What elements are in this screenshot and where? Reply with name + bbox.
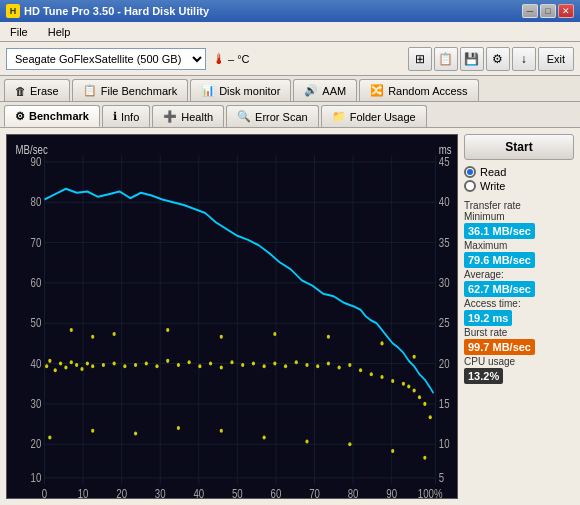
title-bar: H HD Tune Pro 3.50 - Hard Disk Utility ─…	[0, 0, 580, 22]
maximum-label: Maximum	[464, 240, 574, 251]
svg-point-108	[177, 426, 180, 430]
svg-text:35: 35	[439, 236, 450, 249]
random-access-icon: 🔀	[370, 84, 384, 97]
svg-text:70: 70	[31, 236, 42, 249]
svg-point-112	[348, 442, 351, 446]
svg-text:90: 90	[386, 487, 397, 498]
burst-rate-value: 99.7 MB/sec	[464, 339, 535, 355]
toolbar-btn-1[interactable]: ⊞	[408, 47, 432, 71]
menu-bar: File Help	[0, 22, 580, 42]
svg-text:40: 40	[31, 357, 42, 370]
info-icon: ℹ	[113, 110, 117, 123]
svg-point-91	[407, 384, 410, 388]
svg-point-107	[134, 431, 137, 435]
maximum-value: 79.6 MB/sec	[464, 252, 535, 268]
close-button[interactable]: ✕	[558, 4, 574, 18]
svg-point-97	[91, 335, 94, 339]
menu-help[interactable]: Help	[42, 25, 77, 39]
svg-text:60: 60	[271, 487, 282, 498]
svg-text:100%: 100%	[418, 487, 443, 498]
svg-text:15: 15	[439, 397, 450, 410]
radio-group: Read Write	[464, 166, 574, 192]
svg-point-60	[86, 362, 89, 366]
svg-text:ms: ms	[439, 143, 452, 156]
svg-point-99	[166, 328, 169, 332]
svg-point-56	[64, 366, 67, 370]
minimum-label: Minimum	[464, 211, 574, 222]
svg-point-114	[423, 456, 426, 460]
toolbar-btn-5[interactable]: ↓	[512, 47, 536, 71]
toolbar-btn-4[interactable]: ⚙	[486, 47, 510, 71]
svg-point-106	[91, 429, 94, 433]
svg-text:30: 30	[155, 487, 166, 498]
svg-point-102	[327, 335, 330, 339]
svg-text:40: 40	[439, 195, 450, 208]
svg-point-66	[145, 362, 148, 366]
drive-select[interactable]: Seagate GoFlexSatellite (500 GB)	[6, 48, 206, 70]
start-button[interactable]: Start	[464, 134, 574, 160]
svg-point-80	[295, 360, 298, 364]
svg-text:20: 20	[31, 437, 42, 450]
svg-point-111	[305, 440, 308, 444]
tab-info[interactable]: ℹ Info	[102, 105, 150, 127]
svg-text:70: 70	[309, 487, 320, 498]
erase-icon: 🗑	[15, 85, 26, 97]
svg-point-86	[359, 368, 362, 372]
svg-point-69	[177, 363, 180, 367]
svg-text:10: 10	[78, 487, 89, 498]
svg-point-100	[220, 335, 223, 339]
tabs-row-2: ⚙ Benchmark ℹ Info ➕ Health 🔍 Error Scan…	[0, 102, 580, 128]
radio-read-circle	[464, 166, 476, 178]
maximize-button[interactable]: □	[540, 4, 556, 18]
average-label: Average:	[464, 269, 574, 280]
svg-point-54	[54, 368, 57, 372]
svg-point-57	[70, 360, 73, 364]
svg-point-113	[391, 449, 394, 453]
main-content: 90 80 70 60 50 40 30 20 10 MB/sec 45 40 …	[0, 128, 580, 505]
tab-benchmark[interactable]: ⚙ Benchmark	[4, 105, 100, 127]
tab-disk-monitor[interactable]: 📊 Disk monitor	[190, 79, 291, 101]
toolbar-btn-3[interactable]: 💾	[460, 47, 484, 71]
svg-text:50: 50	[232, 487, 243, 498]
transfer-rate-label: Transfer rate	[464, 200, 574, 211]
transfer-section: Transfer rate Minimum 36.1 MB/sec Maximu…	[464, 200, 574, 385]
exit-button[interactable]: Exit	[538, 47, 574, 71]
tabs-row-1: 🗑 Erase 📋 File Benchmark 📊 Disk monitor …	[0, 76, 580, 102]
minimum-value: 36.1 MB/sec	[464, 223, 535, 239]
tab-health[interactable]: ➕ Health	[152, 105, 224, 127]
svg-text:MB/sec: MB/sec	[16, 143, 49, 156]
svg-point-63	[113, 362, 116, 366]
disk-monitor-icon: 📊	[201, 84, 215, 97]
svg-point-90	[402, 382, 405, 386]
tab-aam[interactable]: 🔊 AAM	[293, 79, 357, 101]
svg-point-76	[252, 362, 255, 366]
svg-rect-0	[7, 135, 457, 498]
menu-file[interactable]: File	[4, 25, 34, 39]
svg-point-68	[166, 359, 169, 363]
tab-erase[interactable]: 🗑 Erase	[4, 79, 70, 101]
minimize-button[interactable]: ─	[522, 4, 538, 18]
svg-text:40: 40	[193, 487, 204, 498]
svg-text:10: 10	[31, 471, 42, 484]
tab-folder-usage[interactable]: 📁 Folder Usage	[321, 105, 427, 127]
svg-point-78	[273, 362, 276, 366]
svg-point-77	[263, 364, 266, 368]
app-title: HD Tune Pro 3.50 - Hard Disk Utility	[24, 5, 209, 17]
tab-file-benchmark[interactable]: 📋 File Benchmark	[72, 79, 188, 101]
svg-point-53	[48, 359, 51, 363]
radio-write[interactable]: Write	[464, 180, 574, 192]
svg-point-73	[220, 366, 223, 370]
error-scan-icon: 🔍	[237, 110, 251, 123]
svg-text:60: 60	[31, 276, 42, 289]
svg-text:30: 30	[439, 276, 450, 289]
toolbar: Seagate GoFlexSatellite (500 GB) 🌡 – °C …	[0, 42, 580, 76]
svg-text:80: 80	[348, 487, 359, 498]
toolbar-btn-2[interactable]: 📋	[434, 47, 458, 71]
svg-text:25: 25	[439, 316, 450, 329]
svg-text:0: 0	[42, 487, 47, 498]
radio-read[interactable]: Read	[464, 166, 574, 178]
svg-point-79	[284, 364, 287, 368]
tab-random-access[interactable]: 🔀 Random Access	[359, 79, 478, 101]
tab-error-scan[interactable]: 🔍 Error Scan	[226, 105, 319, 127]
svg-point-98	[113, 332, 116, 336]
